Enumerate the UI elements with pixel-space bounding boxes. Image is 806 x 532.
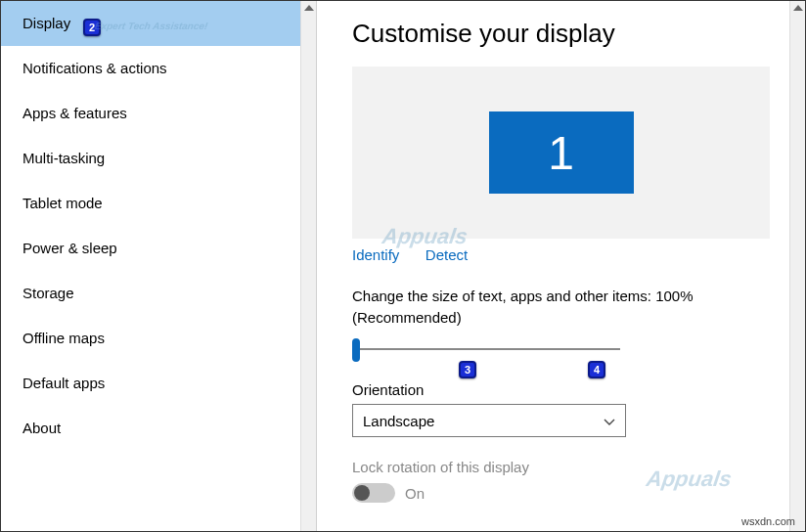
orientation-label: Orientation xyxy=(352,381,770,398)
sidebar-item-label: Notifications & actions xyxy=(22,60,167,76)
settings-sidebar: Display Notifications & actions Apps & f… xyxy=(1,1,317,531)
annotation-badge-4: 4 xyxy=(588,361,605,378)
detect-link[interactable]: Detect xyxy=(425,246,468,263)
display-preview[interactable]: 1 xyxy=(352,66,770,239)
monitor-tile-1[interactable]: 1 xyxy=(489,111,634,194)
sidebar-item-notifications[interactable]: Notifications & actions xyxy=(1,46,316,91)
chevron-down-icon xyxy=(604,415,615,426)
image-credit: wsxdn.com xyxy=(741,515,795,527)
lock-rotation-toggle[interactable] xyxy=(352,483,395,503)
sidebar-item-tablet-mode[interactable]: Tablet mode xyxy=(1,181,316,226)
monitor-number: 1 xyxy=(548,126,574,180)
sidebar-item-label: Storage xyxy=(22,285,74,301)
sidebar-item-label: Offline maps xyxy=(22,330,105,346)
identify-link[interactable]: Identify xyxy=(352,246,399,263)
orientation-value: Landscape xyxy=(363,413,434,429)
sidebar-item-power-sleep[interactable]: Power & sleep xyxy=(1,226,316,271)
sidebar-item-storage[interactable]: Storage xyxy=(1,271,316,316)
sidebar-item-label: Power & sleep xyxy=(22,240,117,256)
annotation-badge-2: 2 xyxy=(83,19,101,36)
sidebar-item-label: Tablet mode xyxy=(22,195,103,211)
main-panel: Customise your display 1 Identify Detect… xyxy=(317,1,805,531)
sidebar-item-multitasking[interactable]: Multi-tasking xyxy=(1,136,316,181)
sidebar-item-default-apps[interactable]: Default apps xyxy=(1,361,316,406)
sidebar-item-label: Default apps xyxy=(22,375,105,391)
annotation-badge-3: 3 xyxy=(459,361,476,378)
toggle-state-text: On xyxy=(405,485,425,502)
sidebar-item-label: About xyxy=(22,420,61,436)
scale-label: Change the size of text, apps and other … xyxy=(352,286,770,329)
sidebar-item-label: Apps & features xyxy=(22,105,127,121)
slider-thumb[interactable] xyxy=(352,338,360,362)
main-scrollbar[interactable] xyxy=(789,1,805,531)
sidebar-item-about[interactable]: About xyxy=(1,406,316,451)
orientation-select[interactable]: Landscape xyxy=(352,404,626,437)
sidebar-item-label: Display xyxy=(22,15,70,31)
slider-track xyxy=(358,348,620,350)
sidebar-item-label: Multi-tasking xyxy=(22,150,105,166)
sidebar-item-offline-maps[interactable]: Offline maps xyxy=(1,316,316,361)
sidebar-item-apps-features[interactable]: Apps & features xyxy=(1,91,316,136)
sidebar-scrollbar[interactable] xyxy=(300,1,316,531)
scale-slider[interactable] xyxy=(352,338,626,362)
sidebar-item-display[interactable]: Display xyxy=(1,1,316,46)
page-title: Customise your display xyxy=(352,19,770,49)
lock-rotation-label: Lock rotation of this display xyxy=(352,459,770,475)
